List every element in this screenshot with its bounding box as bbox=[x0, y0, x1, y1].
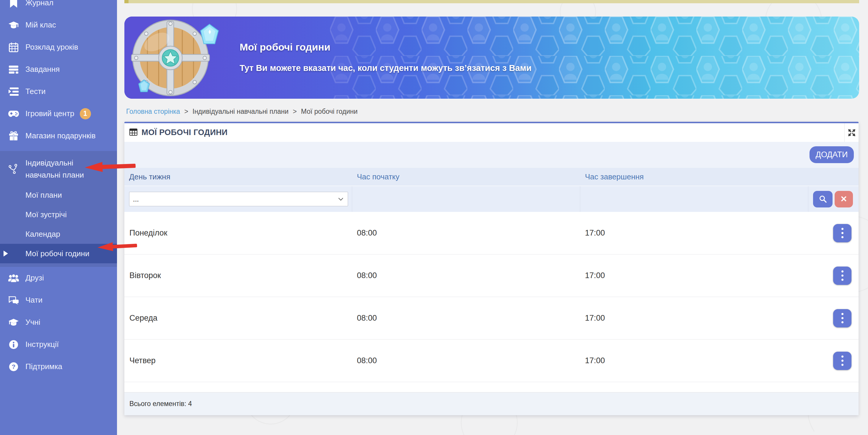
filter-cell-end bbox=[580, 186, 808, 212]
cell-day: Вівторок bbox=[124, 254, 352, 297]
calendar-icon bbox=[8, 42, 19, 53]
row-actions-button[interactable] bbox=[833, 267, 851, 285]
breadcrumb-separator: > bbox=[293, 107, 297, 115]
sidebar-group-individual-plans: Індивідуальні навчальні плани Мої плани … bbox=[0, 151, 117, 267]
sidebar-nav: Журнал Мій клас Розклад уроків Завдання bbox=[0, 0, 117, 378]
kebab-dot bbox=[841, 355, 843, 358]
sidebar-item-my-plans[interactable]: Мої плани bbox=[0, 185, 117, 205]
bookmark-icon bbox=[8, 0, 19, 8]
cell-end-time: 17:00 bbox=[580, 297, 808, 339]
graduation-cap-icon bbox=[8, 20, 19, 30]
sidebar-item-support[interactable]: ? Підтримка bbox=[0, 355, 117, 378]
column-header-day[interactable]: День тижня bbox=[124, 168, 352, 186]
users-icon bbox=[8, 273, 19, 283]
sidebar-item-game-center[interactable]: Ігровий центр 1 bbox=[0, 102, 117, 125]
filter-row: ... ✕ bbox=[124, 186, 859, 212]
table-row: Четвер 08:00 17:00 bbox=[124, 340, 859, 382]
row-actions-button[interactable] bbox=[833, 224, 851, 242]
notification-badge: 1 bbox=[80, 108, 91, 119]
sidebar-item-my-meetings[interactable]: Мої зустрічі bbox=[0, 205, 117, 224]
sidebar-item-instructions[interactable]: Інструкції bbox=[0, 333, 117, 355]
filter-cell-day: ... bbox=[124, 186, 352, 212]
day-filter-select-input[interactable]: ... bbox=[129, 192, 348, 206]
expand-button[interactable] bbox=[844, 123, 859, 142]
table-row: Вівторок 08:00 17:00 bbox=[124, 254, 859, 297]
cell-end-time: 17:00 bbox=[580, 212, 808, 254]
table-row: Середа 08:00 17:00 bbox=[124, 297, 859, 340]
clear-filter-button[interactable]: ✕ bbox=[835, 191, 853, 208]
breadcrumb-current: Мої робочі години bbox=[301, 107, 358, 115]
top-progress-strip bbox=[124, 0, 859, 3]
cell-actions bbox=[808, 340, 859, 382]
banner-subtitle: Тут Ви можете вказати час, коли студенти… bbox=[240, 63, 801, 73]
kebab-dot bbox=[841, 228, 843, 230]
sidebar-item-chats[interactable]: Чати bbox=[0, 289, 117, 311]
sidebar-item-label: Тести bbox=[25, 87, 45, 96]
table-grid-icon bbox=[129, 129, 137, 137]
chat-icon bbox=[8, 295, 19, 306]
sidebar-item-my-work-hours[interactable]: Мої робочі години bbox=[0, 244, 117, 263]
sidebar-item-my-class[interactable]: Мій клас bbox=[0, 14, 117, 36]
sidebar-item-individual-plans[interactable]: Індивідуальні навчальні плани bbox=[0, 151, 117, 183]
day-filter-select[interactable]: ... bbox=[129, 192, 348, 206]
sidebar-item-label: Інструкції bbox=[25, 340, 59, 349]
sidebar-item-schedule[interactable]: Розклад уроків bbox=[0, 36, 117, 58]
banner-gradient-overlay bbox=[124, 17, 859, 99]
kebab-dot bbox=[841, 313, 843, 315]
tasks-icon bbox=[8, 64, 19, 75]
breadcrumb-home-link[interactable]: Головна сторінка bbox=[126, 107, 180, 115]
sidebar-item-label: Чати bbox=[25, 296, 42, 305]
main-content: Мої робочі години Тут Ви можете вказати … bbox=[117, 0, 868, 435]
cell-start-time: 08:00 bbox=[352, 212, 580, 254]
kebab-dot bbox=[841, 360, 843, 362]
sidebar-item-label: Підтримка bbox=[25, 362, 62, 371]
add-button[interactable]: ДОДАТИ bbox=[809, 146, 854, 163]
table-footer: Всього елементів: 4 bbox=[124, 392, 859, 415]
gift-icon bbox=[8, 131, 19, 141]
cell-start-time: 08:00 bbox=[352, 254, 580, 297]
sidebar-item-label: Завдання bbox=[25, 65, 60, 74]
table-bottom-gap bbox=[124, 382, 859, 392]
cell-day: Середа bbox=[124, 297, 352, 339]
sidebar-item-tests[interactable]: Тести bbox=[0, 81, 117, 102]
cell-end-time: 17:00 bbox=[580, 254, 808, 297]
expand-arrows-icon bbox=[847, 128, 856, 137]
info-icon bbox=[8, 339, 19, 350]
gamepad-icon bbox=[8, 108, 19, 119]
progress-strip-head bbox=[124, 0, 128, 3]
column-header-start[interactable]: Час початку bbox=[352, 168, 580, 186]
kebab-dot bbox=[841, 317, 843, 319]
page-banner: Мої робочі години Тут Ви можете вказати … bbox=[124, 17, 859, 99]
breadcrumb-section: Індивідуальні навчальні плани bbox=[193, 107, 289, 115]
cell-start-time: 08:00 bbox=[352, 340, 580, 382]
sidebar-item-assignments[interactable]: Завдання bbox=[0, 58, 117, 81]
sidebar-item-label: Мій клас bbox=[25, 21, 56, 30]
sidebar-item-gift-shop[interactable]: Магазин подарунків bbox=[0, 125, 117, 147]
sidebar-item-friends[interactable]: Друзі bbox=[0, 267, 117, 289]
filter-cell-start bbox=[352, 186, 580, 212]
sidebar-item-journal[interactable]: Журнал bbox=[0, 0, 117, 14]
sidebar-item-calendar[interactable]: Календар bbox=[0, 224, 117, 244]
column-header-end[interactable]: Час завершення bbox=[580, 168, 808, 186]
cell-start-time: 08:00 bbox=[352, 297, 580, 339]
row-actions-button[interactable] bbox=[833, 352, 851, 370]
total-count-label: Всього елементів: 4 bbox=[129, 400, 192, 408]
banner-title: Мої робочі години bbox=[240, 41, 712, 53]
branch-icon bbox=[8, 164, 19, 174]
sidebar-group-title: Індивідуальні навчальні плани bbox=[25, 157, 84, 181]
kebab-dot bbox=[841, 275, 843, 277]
sidebar-item-label: Розклад уроків bbox=[25, 42, 78, 52]
search-icon bbox=[819, 195, 827, 203]
filter-actions-cell: ✕ bbox=[808, 186, 859, 212]
kebab-dot bbox=[841, 279, 843, 281]
sidebar-item-students[interactable]: Учні bbox=[0, 311, 117, 333]
sidebar-item-label: Друзі bbox=[25, 273, 44, 282]
search-button[interactable] bbox=[813, 191, 833, 208]
kebab-dot bbox=[841, 270, 843, 273]
sidebar: Журнал Мій клас Розклад уроків Завдання bbox=[0, 0, 117, 435]
card-header: МОЇ РОБОЧІ ГОДИНИ bbox=[124, 123, 859, 142]
table-row: Понеділок 08:00 17:00 bbox=[124, 212, 859, 254]
row-actions-button[interactable] bbox=[833, 309, 851, 328]
sidebar-item-label: Журнал bbox=[25, 0, 54, 7]
cell-actions bbox=[808, 212, 859, 254]
